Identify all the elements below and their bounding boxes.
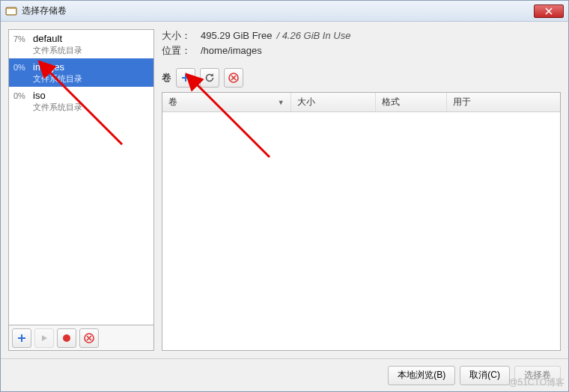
pool-item-images[interactable]: 0% images 文件系统目录	[9, 58, 153, 87]
col-size[interactable]: 大小	[291, 93, 377, 111]
main-panel: 大小： 495.29 GiB Free / 4.26 GiB In Use 位置…	[162, 29, 561, 351]
pool-name: default	[33, 33, 82, 45]
pool-delete-button[interactable]	[79, 328, 99, 348]
col-format[interactable]: 格式	[376, 93, 446, 111]
pool-info: 大小： 495.29 GiB Free / 4.26 GiB In Use 位置…	[162, 29, 561, 59]
dialog-footer: 本地浏览(B) 取消(C) 选择卷	[1, 358, 568, 391]
location-value: /home/images	[201, 45, 262, 56]
location-label: 位置：	[162, 44, 196, 58]
volume-table-header: 卷 ▼ 大小 格式 用于	[162, 93, 560, 112]
svg-point-2	[63, 334, 70, 342]
pool-usage-pct: 0%	[13, 61, 33, 72]
sort-indicator-icon: ▼	[278, 99, 284, 106]
window-close-button[interactable]	[534, 4, 564, 18]
pool-sidebar: 7% default 文件系统目录 0% images 文件系统目录 0%	[8, 29, 154, 351]
browse-local-button[interactable]: 本地浏览(B)	[388, 366, 455, 385]
volume-toolbar-label: 卷	[162, 71, 171, 85]
col-volume[interactable]: 卷 ▼	[162, 93, 291, 111]
volume-add-button[interactable]	[176, 68, 195, 88]
size-used: 4.26 GiB In Use	[282, 30, 351, 41]
pool-type: 文件系统目录	[33, 73, 82, 84]
pool-toolbar	[8, 325, 154, 351]
pool-type: 文件系统目录	[33, 102, 82, 112]
app-icon	[5, 5, 17, 17]
window-title: 选择存储卷	[22, 4, 534, 17]
pool-usage-pct: 7%	[13, 33, 33, 43]
col-usedby[interactable]: 用于	[447, 93, 560, 111]
pool-list[interactable]: 7% default 文件系统目录 0% images 文件系统目录 0%	[8, 29, 154, 325]
volume-delete-button[interactable]	[224, 68, 243, 88]
size-free: 495.29 GiB Free	[201, 30, 272, 41]
storage-volume-dialog: 选择存储卷 7% default 文件系统目录 0% images	[0, 0, 569, 392]
size-label: 大小：	[162, 29, 196, 43]
pool-item-iso[interactable]: 0% iso 文件系统目录	[9, 87, 153, 115]
dialog-body: 7% default 文件系统目录 0% images 文件系统目录 0%	[1, 22, 568, 358]
pool-type: 文件系统目录	[33, 45, 82, 55]
pool-item-default[interactable]: 7% default 文件系统目录	[9, 30, 153, 58]
volume-table: 卷 ▼ 大小 格式 用于	[162, 92, 561, 351]
pool-name: iso	[33, 90, 82, 102]
volume-toolbar: 卷	[162, 68, 561, 88]
cancel-button[interactable]: 取消(C)	[460, 366, 510, 385]
pool-usage-pct: 0%	[13, 90, 33, 100]
volume-refresh-button[interactable]	[200, 68, 219, 88]
svg-rect-1	[7, 9, 16, 14]
volume-table-body[interactable]	[162, 112, 560, 350]
watermark: @51CTO博客	[508, 376, 565, 389]
pool-name: images	[33, 61, 82, 73]
pool-start-button[interactable]	[34, 328, 54, 348]
pool-add-button[interactable]	[12, 328, 31, 348]
pool-stop-button[interactable]	[57, 328, 76, 348]
titlebar: 选择存储卷	[1, 1, 568, 22]
